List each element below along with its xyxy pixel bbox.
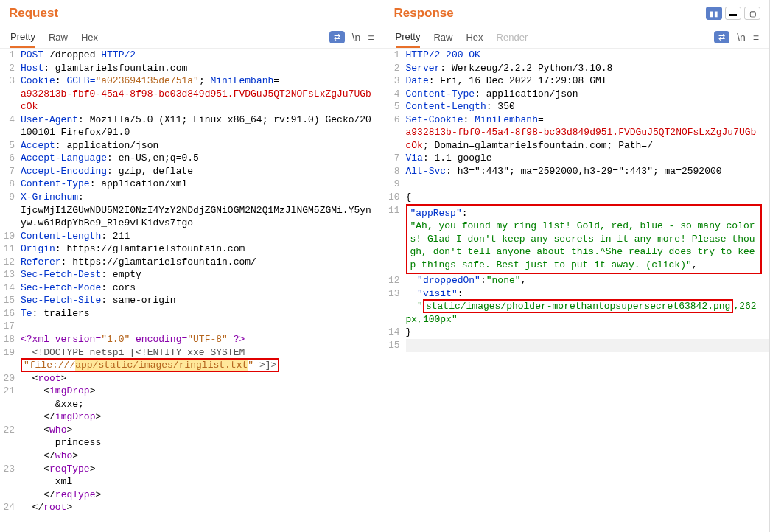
tab-raw[interactable]: Raw	[49, 27, 68, 47]
menu-icon[interactable]: ≡	[753, 32, 759, 43]
tab-hex[interactable]: Hex	[81, 27, 98, 47]
request-code[interactable]: 1POST /dropped HTTP/2 2Host: glamtariels…	[0, 49, 385, 532]
layout-columns-icon[interactable]: ▮▮	[706, 7, 722, 20]
response-action-badge[interactable]: ⇄	[714, 31, 729, 43]
tab-hex[interactable]: Hex	[466, 27, 483, 47]
response-code[interactable]: 1HTTP/2 200 OK 2Server: Werkzeug/2.2.2 P…	[385, 49, 770, 532]
tab-pretty[interactable]: Pretty	[396, 27, 421, 48]
response-tabs: Pretty Raw Hex Render ⇄ \n ≡	[385, 27, 770, 49]
request-action-badge[interactable]: ⇄	[329, 31, 345, 43]
request-panel: Request Pretty Raw Hex ⇄ \n ≡ 1POST /dro…	[0, 0, 385, 532]
appresp-highlight: "appResp":"Ah, you found my ring list! G…	[406, 204, 763, 275]
view-toggles: ▮▮ ▬ ▢	[706, 7, 760, 20]
tab-pretty[interactable]: Pretty	[10, 27, 35, 48]
tab-render[interactable]: Render	[497, 27, 528, 47]
request-tabs: Pretty Raw Hex ⇄ \n ≡	[0, 27, 385, 49]
response-header: Response ▮▮ ▬ ▢	[385, 0, 770, 27]
request-title: Request	[9, 6, 58, 21]
newline-icon[interactable]: \n	[352, 32, 361, 43]
layout-single-icon[interactable]: ▢	[744, 7, 760, 20]
visit-path-highlight: static/images/pholder-morethantopsuperse…	[423, 299, 733, 313]
xxe-payload-highlight: "file:///app/static/images/ringlist.txt"…	[21, 358, 279, 372]
request-header: Request	[0, 0, 385, 27]
layout-rows-icon[interactable]: ▬	[725, 7, 741, 20]
menu-icon[interactable]: ≡	[368, 32, 374, 43]
newline-icon[interactable]: \n	[737, 32, 746, 43]
request-tab-actions: ⇄ \n ≡	[329, 31, 374, 43]
response-tab-actions: ⇄ \n ≡	[714, 31, 759, 43]
tab-raw[interactable]: Raw	[433, 27, 452, 47]
response-title: Response	[394, 6, 454, 21]
main-container: Request Pretty Raw Hex ⇄ \n ≡ 1POST /dro…	[0, 0, 770, 532]
response-panel: Response ▮▮ ▬ ▢ Pretty Raw Hex Render ⇄ …	[385, 0, 771, 532]
